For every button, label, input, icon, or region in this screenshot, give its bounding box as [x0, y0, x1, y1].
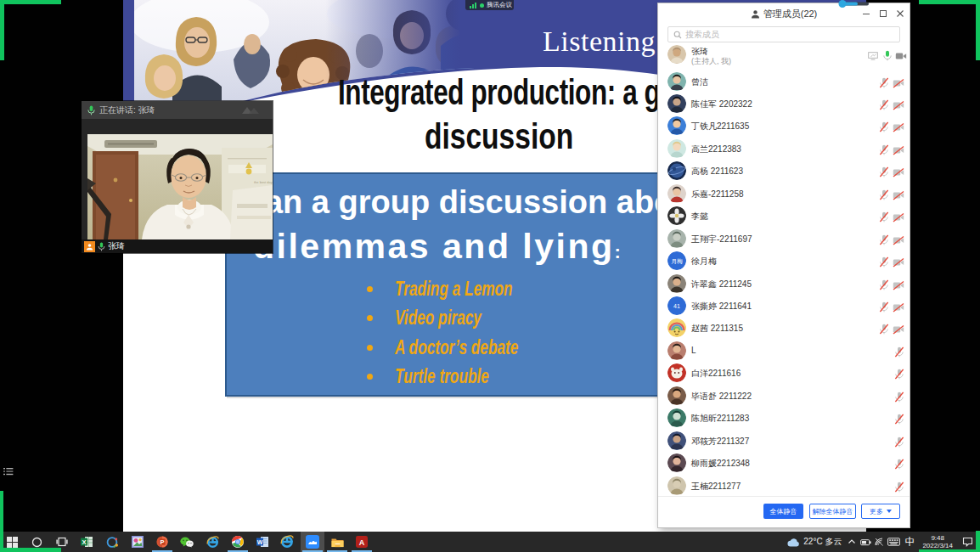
- taskbar-tencent-meeting[interactable]: [301, 532, 324, 552]
- mute-all-button[interactable]: 全体静音: [763, 504, 803, 519]
- mic-indicator[interactable]: [879, 234, 889, 249]
- member-row[interactable]: 丁铁凡2211635: [658, 115, 910, 137]
- taskbar-powerpoint[interactable]: P: [150, 532, 174, 552]
- mic-indicator[interactable]: [894, 481, 904, 496]
- camera-indicator[interactable]: [893, 99, 904, 114]
- member-row[interactable]: 李懿: [658, 205, 910, 227]
- ime-indicator[interactable]: 中: [904, 535, 915, 549]
- mic-indicator[interactable]: [879, 121, 889, 136]
- webcam-video: the best day of: [87, 134, 273, 239]
- mic-muted-icon: [879, 121, 889, 132]
- taskbar-excel[interactable]: X: [75, 532, 99, 552]
- camera-indicator[interactable]: [893, 189, 904, 204]
- taskbar-chrome[interactable]: [226, 532, 250, 552]
- tray-battery-icon[interactable]: [860, 538, 871, 546]
- member-row[interactable]: 王翔宇-2211697: [658, 227, 910, 249]
- member-search-input[interactable]: 搜索成员: [667, 26, 900, 42]
- member-row[interactable]: 高杨 2211623: [658, 160, 910, 182]
- camera-indicator[interactable]: [893, 279, 904, 294]
- tray-chevron-up-icon[interactable]: [848, 538, 856, 545]
- mic-indicator[interactable]: [879, 323, 889, 338]
- minimize-button[interactable]: [858, 7, 875, 20]
- mic-indicator[interactable]: [894, 391, 904, 406]
- member-row[interactable]: 月梅徐月梅: [658, 250, 910, 272]
- camera-indicator[interactable]: [893, 323, 904, 338]
- mic-indicator[interactable]: [894, 413, 904, 428]
- mic-indicator[interactable]: [879, 99, 889, 114]
- taskbar-qq-browser[interactable]: [100, 532, 124, 552]
- member-avatar: 41: [667, 296, 686, 318]
- tray-network-icon[interactable]: [875, 538, 884, 546]
- mic-indicator[interactable]: [879, 279, 889, 294]
- camera-indicator[interactable]: [895, 49, 907, 65]
- mic-indicator[interactable]: [894, 346, 904, 361]
- taskbar-internet-explorer-2[interactable]: [275, 532, 299, 552]
- mic-indicator[interactable]: [879, 211, 889, 226]
- taskbar-word[interactable]: W: [251, 532, 274, 552]
- action-center-icon[interactable]: [962, 537, 973, 547]
- taskbar-wechat[interactable]: [175, 532, 199, 552]
- member-row[interactable]: L: [658, 340, 910, 362]
- mic-indicator[interactable]: [894, 368, 904, 383]
- taskbar-file-explorer[interactable]: [325, 532, 349, 552]
- camera-indicator[interactable]: [893, 144, 904, 159]
- meeting-status-pill[interactable]: 腾讯会议: [465, 0, 514, 10]
- member-row[interactable]: 王楠2211277: [658, 474, 910, 496]
- member-row[interactable]: 毕语舒 2211222: [658, 385, 910, 407]
- desktop-shortcut-icon[interactable]: [3, 466, 14, 478]
- box-bullet-item: Video piracy: [367, 304, 560, 334]
- member-row[interactable]: 赵茜 2211315: [658, 317, 910, 339]
- mic-muted-icon: [879, 324, 889, 335]
- camera-indicator[interactable]: [893, 121, 904, 136]
- camera-muted-icon: [893, 235, 904, 245]
- more-button[interactable]: 更多: [861, 504, 900, 519]
- video-window-titlebar[interactable]: 正在讲话: 张琦: [82, 101, 273, 119]
- tray-clock[interactable]: 9:48 2022/3/14: [922, 534, 953, 549]
- mic-indicator[interactable]: [879, 256, 889, 271]
- mic-indicator[interactable]: [882, 49, 893, 65]
- mic-muted-icon: [894, 437, 904, 448]
- speaker-name-label: 张琦: [108, 240, 125, 252]
- taskbar-adobe-acrobat[interactable]: A: [350, 532, 374, 552]
- maximize-button[interactable]: [875, 7, 892, 20]
- member-row[interactable]: 白洋2211616: [658, 362, 910, 384]
- mic-indicator[interactable]: [894, 436, 904, 451]
- member-row[interactable]: 许翠鑫 2211245: [658, 272, 910, 294]
- tray-weather-temp[interactable]: 22°C 多云: [803, 536, 842, 548]
- tray-keyboard-icon[interactable]: [887, 538, 900, 546]
- member-row[interactable]: 柳雨媛2212348: [658, 452, 910, 474]
- camera-indicator[interactable]: [893, 211, 904, 226]
- member-name: 丁铁凡2211635: [691, 121, 749, 132]
- member-list[interactable]: 张琦(主持人, 我) 曾洁 陈佳军 2202322: [658, 42, 910, 496]
- camera-indicator[interactable]: [893, 234, 904, 249]
- mic-indicator[interactable]: [879, 189, 889, 204]
- camera-icon: [895, 51, 907, 61]
- volume-slider[interactable]: [836, 0, 870, 8]
- camera-indicator[interactable]: [893, 256, 904, 271]
- member-row[interactable]: 曾洁: [658, 70, 910, 92]
- member-row[interactable]: 陈旭昕2211283: [658, 407, 910, 429]
- speaker-video-window[interactable]: 正在讲话: 张琦 the best day of: [82, 101, 273, 253]
- mic-indicator[interactable]: [879, 301, 889, 316]
- mic-indicator[interactable]: [894, 458, 904, 473]
- taskbar-internet-explorer[interactable]: [200, 532, 224, 552]
- svg-text:P: P: [160, 538, 164, 546]
- mic-indicator[interactable]: [879, 166, 889, 181]
- member-row[interactable]: 陈佳军 2202322: [658, 93, 910, 115]
- member-row[interactable]: 41张撕婷 2211641: [658, 295, 910, 317]
- camera-indicator[interactable]: [893, 166, 904, 181]
- camera-indicator[interactable]: [893, 301, 904, 316]
- mic-indicator[interactable]: [879, 76, 889, 92]
- close-button[interactable]: [892, 7, 909, 20]
- member-row[interactable]: 邓筱芳2211327: [658, 430, 910, 452]
- member-row[interactable]: 高兰2212383: [658, 138, 910, 160]
- member-row[interactable]: 张琦(主持人, 我): [658, 42, 910, 66]
- mic-indicator[interactable]: [879, 144, 889, 159]
- taskbar-photos[interactable]: [126, 532, 149, 552]
- mic-muted-icon: [879, 166, 889, 177]
- member-row[interactable]: 乐嘉-2211258: [658, 183, 910, 205]
- member-avatar: [667, 72, 686, 94]
- camera-indicator[interactable]: [893, 76, 904, 92]
- wallpaper-accent-bottom-left-h: [0, 548, 61, 552]
- unmute-all-button[interactable]: 解除全体静音: [809, 504, 856, 519]
